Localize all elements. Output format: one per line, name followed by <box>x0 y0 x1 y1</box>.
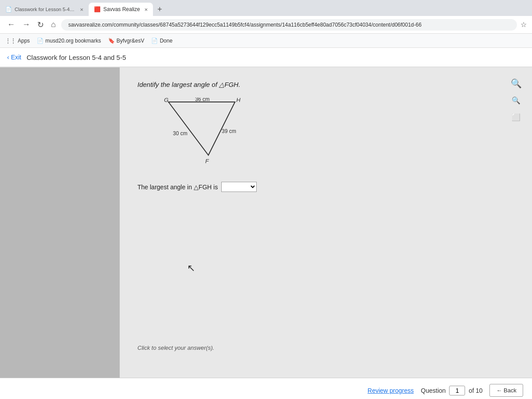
home-button[interactable]: ⌂ <box>49 18 58 31</box>
question-of-label: of 10 <box>469 387 482 394</box>
byfvgr-icon: 🔖 <box>108 38 115 44</box>
exit-label: Exit <box>11 54 21 61</box>
question-instruction: Identify the largest angle of △FGH. <box>137 81 514 89</box>
triangle-svg: G H F 36 cm 30 cm 39 cm <box>164 98 262 168</box>
bookmarks-bar: ⋮⋮ Apps 📄 musd20.org bookmarks 🔖 Byfvgr&… <box>0 34 532 48</box>
bookmarks-done[interactable]: 📄 Done <box>151 38 172 44</box>
tab-classwork-icon: 📄 <box>5 6 12 12</box>
tab-savvas-label: Savvas Realize <box>103 6 140 12</box>
svg-text:39 cm: 39 cm <box>222 128 236 134</box>
question-number-input[interactable] <box>449 386 465 395</box>
apps-grid-icon: ⋮⋮ <box>5 38 16 44</box>
external-link-button[interactable]: ⬜ <box>509 110 523 124</box>
tab-classwork[interactable]: 📄 Classwork for Lesson 5-4 and 5-5 × <box>0 3 89 16</box>
new-tab-button[interactable]: + <box>153 3 166 16</box>
done-icon: 📄 <box>151 38 158 44</box>
apps-label: Apps <box>18 38 30 44</box>
back-nav-button[interactable]: ← <box>5 18 17 31</box>
content-area: 🔍 🔍 ⬜ Identify the largest angle of △FGH… <box>120 67 532 378</box>
zoom-in-button[interactable]: 🔍 <box>509 76 523 90</box>
done-label: Done <box>160 38 172 44</box>
back-button[interactable]: ← Back <box>489 384 523 397</box>
musd20-label: musd20.org bookmarks <box>45 38 101 44</box>
bookmarks-byfvgr[interactable]: 🔖 Byfvgr&esV <box>108 38 145 44</box>
svg-text:G: G <box>164 98 168 103</box>
left-sidebar <box>0 67 120 378</box>
click-instruction: Click to select your answer(s). <box>137 344 214 351</box>
cursor-arrow: ↖ <box>187 262 195 274</box>
reload-button[interactable]: ↻ <box>35 18 46 31</box>
review-progress-button[interactable]: Review progress <box>368 387 414 394</box>
tab-savvas-close[interactable]: × <box>145 6 148 13</box>
exit-arrow-icon: ‹ <box>7 54 9 61</box>
bottom-navigation-bar: Review progress Question of 10 ← Back <box>0 378 532 399</box>
exit-button[interactable]: ‹ Exit <box>7 54 21 61</box>
zoom-out-button[interactable]: 🔍 <box>509 93 523 107</box>
svg-text:F: F <box>205 158 209 164</box>
bookmark-star-icon[interactable]: ☆ <box>520 20 527 29</box>
bookmarks-apps[interactable]: ⋮⋮ Apps <box>5 38 30 44</box>
svg-text:36 cm: 36 cm <box>195 98 210 102</box>
answer-prefix: The largest angle in △FGH is <box>137 184 218 191</box>
svg-text:30 cm: 30 cm <box>173 130 188 137</box>
question-label: Question <box>421 387 446 394</box>
url-bar[interactable] <box>61 19 517 31</box>
page-title: Classwork for Lesson 5-4 and 5-5 <box>27 54 126 61</box>
question-navigation: Question of 10 <box>421 386 482 395</box>
tab-classwork-close[interactable]: × <box>80 6 83 13</box>
main-content: 🔍 🔍 ⬜ Identify the largest angle of △FGH… <box>0 67 532 378</box>
forward-nav-button[interactable]: → <box>20 18 32 31</box>
tab-savvas-icon: 🟥 <box>94 6 101 12</box>
tab-savvas[interactable]: 🟥 Savvas Realize × <box>89 3 153 16</box>
answer-dropdown[interactable]: ∠G ∠H ∠F <box>221 182 257 192</box>
tab-bar: 📄 Classwork for Lesson 5-4 and 5-5 × 🟥 S… <box>0 0 532 16</box>
byfvgr-label: Byfvgr&esV <box>117 38 145 44</box>
svg-text:H: H <box>236 98 241 103</box>
address-bar: ← → ↻ ⌂ ☆ <box>0 16 532 34</box>
musd20-icon: 📄 <box>37 38 43 44</box>
tab-classwork-label: Classwork for Lesson 5-4 and 5-5 <box>15 7 75 12</box>
page-header: ‹ Exit Classwork for Lesson 5-4 and 5-5 <box>0 48 532 67</box>
triangle-diagram: G H F 36 cm 30 cm 39 cm <box>164 98 297 168</box>
question-icons: 🔍 🔍 ⬜ <box>509 76 523 124</box>
bookmarks-musd20[interactable]: 📄 musd20.org bookmarks <box>37 38 101 44</box>
answer-row: The largest angle in △FGH is ∠G ∠H ∠F <box>137 182 514 192</box>
